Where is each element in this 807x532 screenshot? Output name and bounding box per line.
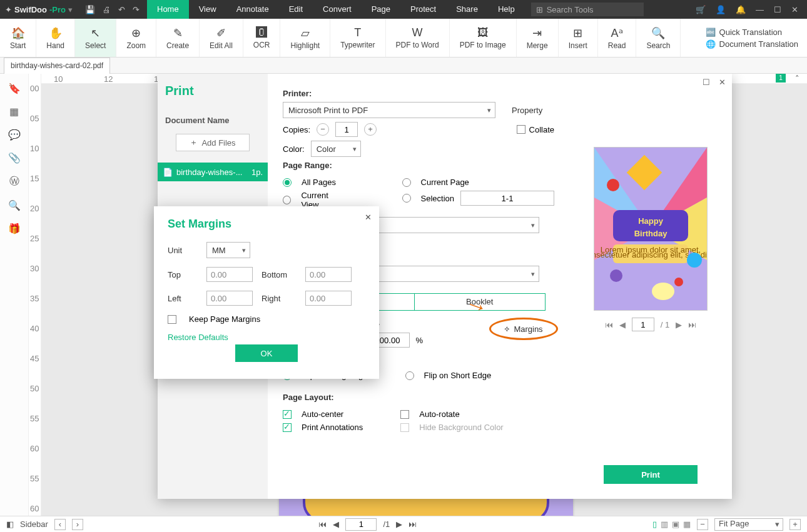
current-view-radio[interactable] bbox=[283, 196, 291, 204]
ribbon-pdf-to-word[interactable]: WPDF to Word bbox=[386, 19, 450, 57]
sb-first-icon[interactable]: ⏮ bbox=[318, 519, 327, 529]
view-facing-icon[interactable]: ▣ bbox=[672, 519, 679, 529]
zoom-in-button[interactable]: + bbox=[789, 519, 801, 530]
sidebar-toggle-icon[interactable]: ◧ bbox=[6, 519, 14, 529]
bookmark-icon[interactable]: 🔖 bbox=[8, 83, 21, 94]
ribbon-select[interactable]: ↖Select bbox=[75, 19, 116, 57]
search-panel-icon[interactable]: 🔍 bbox=[8, 199, 21, 211]
file-row[interactable]: 📄 birthday-wishes-... 1p. bbox=[158, 163, 268, 181]
close-icon[interactable]: ✕ bbox=[791, 5, 798, 14]
menu-share[interactable]: Share bbox=[446, 0, 488, 19]
print-annotations-checkbox[interactable] bbox=[283, 423, 292, 432]
ribbon-merge[interactable]: ⇥Merge bbox=[517, 19, 559, 57]
ribbon-insert[interactable]: ⊞Insert bbox=[559, 19, 598, 57]
sb-last-icon[interactable]: ⏭ bbox=[409, 519, 417, 529]
view-book-icon[interactable]: ▦ bbox=[683, 519, 691, 529]
search-tools[interactable]: ⊞ Search Tools bbox=[531, 3, 644, 16]
attachments-icon[interactable]: 📎 bbox=[8, 152, 21, 164]
menu-protect[interactable]: Protect bbox=[400, 0, 446, 19]
print-icon[interactable]: 🖨 bbox=[103, 5, 111, 14]
color-select[interactable]: Color bbox=[311, 141, 361, 157]
print-button[interactable]: Print bbox=[604, 465, 698, 484]
menu-edit[interactable]: Edit bbox=[279, 0, 313, 19]
unit-select[interactable]: MM bbox=[206, 242, 250, 258]
left-input[interactable] bbox=[206, 291, 253, 306]
ribbon-ocr[interactable]: 🅾OCR bbox=[243, 19, 281, 57]
auto-rotate-checkbox[interactable] bbox=[400, 410, 409, 419]
copies-decrease-button[interactable]: − bbox=[317, 123, 329, 136]
dialog-maximize-icon[interactable]: ☐ bbox=[703, 78, 710, 87]
document-tab[interactable]: birthday-wishes-card-02.pdf bbox=[4, 58, 110, 74]
cart-icon[interactable]: 🛒 bbox=[696, 5, 706, 14]
ribbon-highlight[interactable]: ▱Highlight bbox=[280, 19, 330, 57]
menu-page[interactable]: Page bbox=[362, 0, 400, 19]
svg-text:Birthday: Birthday bbox=[634, 229, 668, 238]
undo-icon[interactable]: ↶ bbox=[118, 5, 125, 14]
menu-annotate[interactable]: Annotate bbox=[226, 0, 279, 19]
flip-short-radio[interactable] bbox=[405, 371, 414, 380]
menu-view[interactable]: View bbox=[189, 0, 226, 19]
user-icon[interactable]: 👤 bbox=[716, 5, 726, 14]
auto-center-checkbox[interactable] bbox=[283, 410, 292, 419]
margins-close-icon[interactable]: ✕ bbox=[365, 213, 372, 222]
quick-translation-button[interactable]: 🔤Quick Translation bbox=[706, 28, 798, 37]
add-files-button[interactable]: ＋Add Files bbox=[176, 134, 250, 151]
ribbon-hand[interactable]: ✋Hand bbox=[36, 19, 75, 57]
sb-prev-icon[interactable]: ◀ bbox=[333, 519, 339, 529]
redo-icon[interactable]: ↷ bbox=[133, 5, 140, 14]
ribbon-edit-all[interactable]: ✐Edit All bbox=[200, 19, 243, 57]
zoom-select[interactable]: Fit Page bbox=[714, 518, 783, 531]
pager-next-icon[interactable]: ▶ bbox=[676, 320, 682, 329]
sb-prev-section[interactable]: ‹ bbox=[54, 519, 66, 530]
bottom-input[interactable] bbox=[305, 267, 352, 282]
pager-first-icon[interactable]: ⏮ bbox=[605, 320, 613, 329]
ribbon-pdf-to-image[interactable]: 🖼PDF to Image bbox=[450, 19, 517, 57]
selection-radio[interactable] bbox=[402, 194, 411, 203]
top-input[interactable] bbox=[206, 267, 253, 282]
minimize-icon[interactable]: — bbox=[756, 5, 764, 14]
current-page-radio[interactable] bbox=[402, 178, 411, 187]
selection-range-input[interactable] bbox=[460, 191, 554, 206]
ruler-chevron-icon[interactable]: ˄ bbox=[795, 74, 799, 83]
gift-icon[interactable]: 🎁 bbox=[8, 223, 21, 234]
pager-prev-icon[interactable]: ◀ bbox=[619, 320, 626, 329]
ribbon-create[interactable]: ✎Create bbox=[156, 19, 200, 57]
word-icon[interactable]: Ⓦ bbox=[9, 175, 19, 188]
ribbon-start[interactable]: 🏠Start bbox=[0, 19, 36, 57]
collate-checkbox[interactable] bbox=[517, 125, 525, 134]
all-pages-radio[interactable] bbox=[283, 178, 292, 187]
bell-icon[interactable]: 🔔 bbox=[736, 5, 746, 14]
menu-home[interactable]: Home bbox=[147, 0, 189, 19]
restore-defaults-link[interactable]: Restore Defaults bbox=[168, 333, 365, 342]
ribbon-read[interactable]: AᵃRead bbox=[598, 19, 637, 57]
zoom-out-button[interactable]: − bbox=[697, 519, 708, 530]
view-continuous-icon[interactable]: ▥ bbox=[661, 519, 668, 529]
sb-next-section[interactable]: › bbox=[72, 519, 83, 530]
printer-select[interactable]: Microsoft Print to PDF bbox=[283, 102, 495, 118]
pager-last-icon[interactable]: ⏭ bbox=[688, 320, 696, 329]
menu-convert[interactable]: Convert bbox=[313, 0, 362, 19]
margins-button[interactable]: ⟡ Margins bbox=[489, 318, 558, 340]
maximize-icon[interactable]: ☐ bbox=[774, 5, 781, 14]
thumbnails-icon[interactable]: ▦ bbox=[9, 106, 19, 118]
right-input[interactable] bbox=[305, 291, 352, 306]
sb-next-icon[interactable]: ▶ bbox=[396, 519, 402, 529]
copies-input[interactable] bbox=[335, 122, 358, 137]
view-single-icon[interactable]: ▯ bbox=[652, 519, 657, 529]
printer-property-link[interactable]: Property bbox=[512, 106, 542, 115]
sb-page-input[interactable] bbox=[345, 518, 377, 531]
ribbon-zoom[interactable]: ⊕Zoom bbox=[116, 19, 156, 57]
dialog-close-icon[interactable]: ✕ bbox=[719, 78, 726, 87]
ribbon-typewriter[interactable]: TTypewriter bbox=[330, 19, 385, 57]
keep-margins-checkbox[interactable] bbox=[168, 315, 176, 324]
pager-input[interactable] bbox=[632, 318, 654, 331]
print-annotations-label: Print Annotations bbox=[302, 423, 363, 432]
comments-icon[interactable]: 💬 bbox=[8, 129, 21, 141]
menu-help[interactable]: Help bbox=[488, 0, 525, 19]
ribbon-search[interactable]: 🔍Search bbox=[636, 19, 681, 57]
grid-icon: ⊞ bbox=[536, 5, 543, 14]
save-icon[interactable]: 💾 bbox=[85, 5, 95, 14]
document-translation-button[interactable]: 🌐Document Translation bbox=[706, 39, 798, 49]
margins-ok-button[interactable]: OK bbox=[235, 344, 298, 362]
copies-increase-button[interactable]: + bbox=[364, 123, 377, 136]
